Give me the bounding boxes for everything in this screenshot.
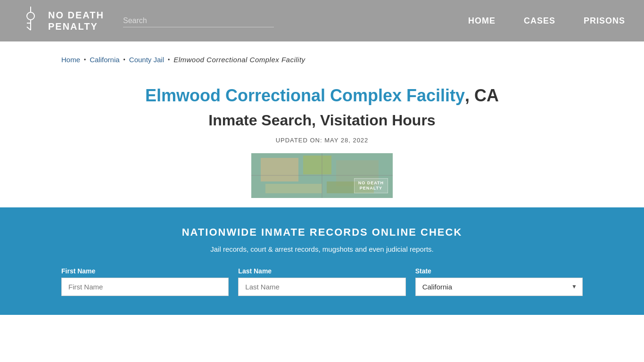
first-name-label: First Name — [61, 267, 229, 275]
facility-image: NO DEATH PENALTY — [251, 153, 393, 198]
nav-cases[interactable]: CASES — [524, 16, 555, 26]
facility-image-container: NO DEATH PENALTY — [61, 153, 583, 198]
search-area[interactable] — [123, 15, 274, 27]
title-rest: , CA — [465, 86, 499, 105]
first-name-group: First Name — [61, 267, 229, 296]
search-form: First Name Last Name State California Al… — [61, 267, 583, 296]
state-select[interactable]: California Alabama Alaska Arizona Arkans… — [415, 278, 583, 296]
nav-home[interactable]: HOME — [468, 16, 495, 26]
svg-rect-9 — [265, 184, 322, 193]
svg-rect-6 — [261, 158, 298, 181]
search-input[interactable] — [123, 15, 274, 27]
last-name-group: Last Name — [238, 267, 405, 296]
first-name-input[interactable] — [61, 278, 229, 296]
svg-point-1 — [27, 12, 34, 20]
state-label: State — [415, 267, 583, 275]
breadcrumb-current: Elmwood Correctional Complex Facility — [173, 56, 305, 64]
facility-logo-text: NO DEATH PENALTY — [358, 181, 384, 191]
last-name-label: Last Name — [238, 267, 405, 275]
page-title: Elmwood Correctional Complex Facility, C… — [61, 85, 583, 107]
svg-line-4 — [27, 27, 31, 30]
state-select-wrapper: California Alabama Alaska Arizona Arkans… — [415, 278, 583, 296]
records-section: NATIONWIDE INMATE RECORDS ONLINE CHECK J… — [0, 207, 644, 315]
site-header: NO DEATH PENALTY HOME CASES PRISONS — [0, 0, 644, 41]
page-subtitle: Inmate Search, Visitation Hours — [61, 112, 583, 129]
main-nav: HOME CASES PRISONS — [468, 16, 625, 26]
updated-date: UPDATED ON: MAY 28, 2022 — [61, 137, 583, 144]
svg-rect-7 — [303, 156, 331, 174]
logo-text: NO DEATH PENALTY — [48, 9, 104, 32]
breadcrumb-sep-3: • — [168, 57, 170, 63]
last-name-input[interactable] — [238, 278, 405, 296]
title-highlight: Elmwood Correctional Complex Facility — [145, 86, 465, 105]
breadcrumb-california[interactable]: California — [90, 56, 119, 64]
breadcrumb-county-jail[interactable]: County Jail — [129, 56, 164, 64]
logo-icon — [19, 4, 42, 37]
breadcrumb: Home • California • County Jail • Elmwoo… — [61, 56, 583, 64]
nav-prisons[interactable]: PRISONS — [584, 16, 625, 26]
main-content: Elmwood Correctional Complex Facility, C… — [0, 71, 644, 207]
state-group: State California Alabama Alaska Arizona … — [415, 267, 583, 296]
breadcrumb-area: Home • California • County Jail • Elmwoo… — [0, 41, 644, 71]
facility-image-overlay: NO DEATH PENALTY — [354, 178, 388, 193]
records-title: NATIONWIDE INMATE RECORDS ONLINE CHECK — [61, 226, 583, 239]
records-subtitle: Jail records, court & arrest records, mu… — [61, 245, 583, 253]
breadcrumb-home[interactable]: Home — [61, 56, 80, 64]
breadcrumb-sep-1: • — [84, 57, 86, 63]
breadcrumb-sep-2: • — [124, 57, 125, 63]
logo[interactable]: NO DEATH PENALTY — [19, 4, 104, 37]
